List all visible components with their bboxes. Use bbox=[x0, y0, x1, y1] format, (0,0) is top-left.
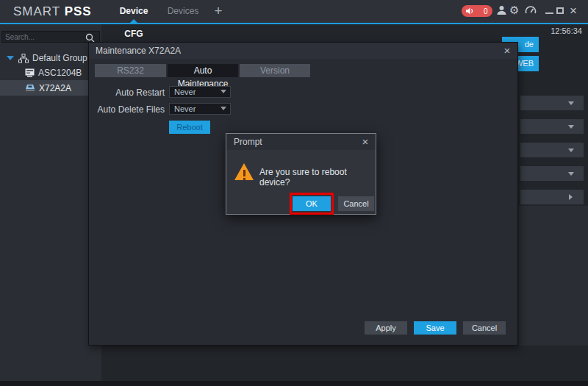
chevron-down-icon bbox=[568, 125, 574, 129]
app-logo: SMART PSS bbox=[13, 4, 92, 19]
background-dropdown[interactable] bbox=[520, 166, 584, 181]
gauge-icon[interactable] bbox=[525, 4, 537, 18]
prompt-cancel-button[interactable]: Cancel bbox=[338, 196, 374, 211]
app-logo-smart: SMART bbox=[13, 4, 60, 18]
tree-group-label: Default Group bbox=[32, 53, 87, 63]
top-bar: SMART PSS Device CFG Devices + 0 ⚙ × bbox=[0, 0, 588, 23]
warning-icon-dot bbox=[243, 178, 245, 180]
bottom-strip bbox=[0, 381, 588, 386]
auto-restart-value: Never bbox=[174, 87, 196, 96]
maximize-icon bbox=[556, 7, 564, 14]
background-dropdown[interactable] bbox=[520, 143, 584, 157]
auto-delete-files-value: Never bbox=[174, 104, 196, 113]
tree-device-label: ASC1204B bbox=[38, 68, 82, 78]
cancel-button[interactable]: Cancel bbox=[463, 321, 506, 335]
device-tree-sidebar: Default Group ASC1204B X72A2A bbox=[0, 24, 101, 381]
chevron-right-icon bbox=[569, 194, 573, 200]
minimize-icon bbox=[545, 12, 553, 14]
active-tab-notch bbox=[130, 19, 137, 23]
chevron-down-icon bbox=[568, 149, 574, 152]
background-expand-row[interactable] bbox=[520, 190, 584, 204]
expander-icon[interactable] bbox=[7, 56, 14, 60]
tab-auto-maintenance[interactable]: Auto Maintenance bbox=[168, 64, 238, 77]
auto-delete-files-select[interactable]: Never bbox=[169, 103, 231, 115]
device-terminal-icon bbox=[25, 84, 35, 92]
chevron-down-icon bbox=[220, 107, 226, 110]
chevron-down-icon bbox=[220, 90, 226, 93]
maintenance-dialog-titlebar: Maintenance X72A2A × bbox=[89, 43, 517, 59]
tab-version[interactable]: Version bbox=[240, 64, 310, 77]
alarm-badge[interactable]: 0 bbox=[462, 5, 492, 17]
app-logo-pss: PSS bbox=[65, 4, 92, 18]
tree-device-asc1204b[interactable]: ASC1204B bbox=[0, 65, 101, 80]
gear-icon[interactable]: ⚙ bbox=[509, 4, 519, 17]
chevron-down-icon bbox=[568, 172, 574, 176]
background-panel bbox=[519, 206, 588, 346]
auto-restart-select[interactable]: Never bbox=[169, 86, 231, 98]
tree-group-default[interactable]: Default Group bbox=[0, 51, 101, 65]
maintenance-dialog-title: Maintenance X72A2A bbox=[96, 43, 181, 59]
minimize-button[interactable] bbox=[545, 7, 555, 16]
prompt-title: Prompt bbox=[234, 134, 262, 150]
close-icon[interactable]: × bbox=[359, 134, 371, 150]
apply-button[interactable]: Apply bbox=[365, 321, 407, 335]
app-window: SMART PSS Device CFG Devices + 0 ⚙ × 12:… bbox=[0, 0, 588, 386]
prompt-message: Are you sure to reboot device? bbox=[259, 167, 376, 187]
search-box[interactable] bbox=[1, 31, 100, 43]
user-icon[interactable] bbox=[497, 5, 506, 18]
device-controller-icon bbox=[25, 68, 35, 77]
warning-icon-bar bbox=[243, 170, 245, 176]
background-dropdown[interactable] bbox=[520, 119, 584, 134]
auto-delete-files-label: Auto Delete Files bbox=[91, 104, 165, 115]
background-dropdown[interactable] bbox=[520, 96, 584, 110]
annotation-highlight-box bbox=[290, 193, 334, 215]
search-input[interactable] bbox=[5, 32, 79, 42]
prompt-titlebar: Prompt × bbox=[226, 134, 376, 150]
speaker-icon bbox=[466, 7, 474, 15]
chevron-down-icon bbox=[568, 101, 574, 105]
tab-rs232[interactable]: RS232 bbox=[95, 64, 166, 77]
tab-devices[interactable]: Devices bbox=[166, 0, 200, 23]
group-icon bbox=[18, 54, 29, 63]
close-window-button[interactable]: × bbox=[567, 3, 579, 19]
add-tab-button[interactable]: + bbox=[210, 3, 226, 19]
tree-device-label: X72A2A bbox=[39, 83, 71, 93]
close-icon[interactable]: × bbox=[501, 43, 513, 59]
maximize-button[interactable] bbox=[556, 7, 566, 16]
save-button[interactable]: Save bbox=[414, 321, 456, 335]
auto-restart-label: Auto Restart bbox=[91, 87, 165, 98]
prompt-dialog: Prompt × Are you sure to reboot device? … bbox=[226, 133, 376, 215]
clock: 12:56:34 bbox=[551, 26, 582, 35]
alarm-count: 0 bbox=[484, 7, 488, 15]
tree-device-x72a2a[interactable]: X72A2A bbox=[0, 80, 101, 96]
reboot-button[interactable]: Reboot bbox=[169, 121, 210, 134]
